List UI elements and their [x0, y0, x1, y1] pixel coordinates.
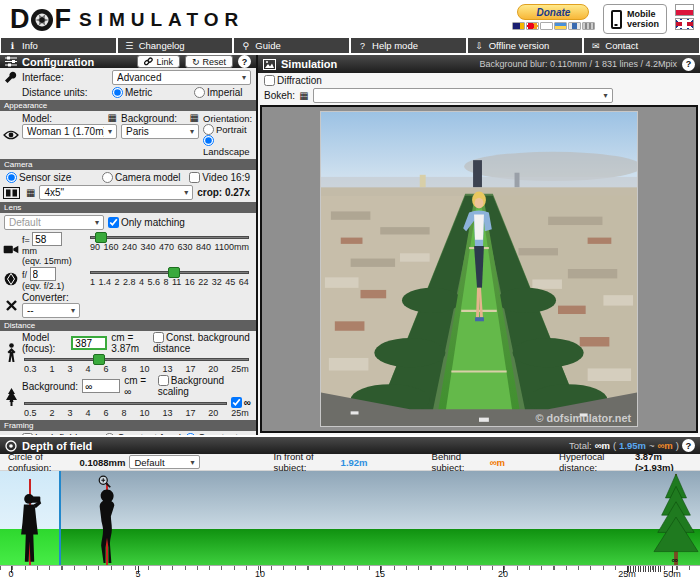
- sensor-grid-icon[interactable]: ▦: [26, 188, 35, 198]
- logo-text: SIMULATOR: [79, 9, 244, 31]
- nav-item-help-mode[interactable]: ?Help mode: [351, 38, 466, 53]
- model-silhouette[interactable]: [95, 489, 119, 565]
- portrait-radio[interactable]: Portrait: [203, 124, 252, 135]
- tick-label: 1: [90, 277, 95, 287]
- background-infinity-checkbox[interactable]: ∞: [231, 397, 251, 408]
- tick-label: 2: [115, 277, 120, 287]
- background-distance-slider[interactable]: [22, 398, 229, 408]
- info-icon: ℹ: [8, 41, 17, 51]
- tick-label: 8: [121, 364, 126, 374]
- model-distance-slider[interactable]: [22, 354, 251, 364]
- dof-circle-icon: [5, 440, 17, 452]
- bokeh-grid-icon[interactable]: ▦: [299, 91, 308, 101]
- const-background-distance-checkbox[interactable]: Const. background distance: [153, 332, 251, 354]
- nav-item-info[interactable]: ℹInfo: [1, 38, 116, 53]
- background-label: Background:: [121, 113, 177, 124]
- model-distance-slider-handle[interactable]: [93, 354, 105, 365]
- dof-scene[interactable]: ∞: [0, 471, 700, 565]
- in-focus-zone: [60, 471, 700, 565]
- aperture-equivalent: (eqv. f/2.1): [22, 281, 88, 291]
- tick-label: 6: [103, 408, 108, 418]
- dof-near-limit-line: [59, 471, 61, 565]
- link-button[interactable]: Link: [137, 55, 180, 68]
- nav-item-guide[interactable]: ⚲Guide: [234, 38, 349, 53]
- focal-length-slider[interactable]: [88, 232, 251, 242]
- bokeh-select[interactable]: ▾: [313, 88, 613, 103]
- only-matching-checkbox[interactable]: Only matching: [108, 217, 185, 228]
- tick-label: 10: [139, 364, 149, 374]
- aperture-slider[interactable]: [88, 267, 251, 277]
- tick-label: 840: [196, 242, 211, 252]
- pin-icon: ⚲: [241, 41, 250, 51]
- lens-preset-select[interactable]: Default▾: [4, 215, 104, 230]
- film-frame-icon: [3, 187, 20, 199]
- tick-label: 16: [185, 277, 195, 287]
- ruler-label: 25m: [618, 569, 636, 577]
- donate-button[interactable]: Donate: [517, 4, 589, 20]
- photographer-silhouette[interactable]: [15, 491, 45, 565]
- constant-distance-radio[interactable]: Constant distance: [185, 433, 252, 435]
- picture-icon: [263, 59, 276, 70]
- tick-label: 4: [85, 364, 90, 374]
- total-label: Total:: [569, 440, 592, 451]
- model-grid-icon[interactable]: ▦: [108, 113, 117, 124]
- background-distance-input[interactable]: [82, 379, 120, 393]
- simulation-title: Simulation: [281, 58, 337, 70]
- simulation-panel: Simulation Background blur: 0.110mm / 1 …: [258, 55, 700, 435]
- aperture-input[interactable]: [30, 267, 56, 281]
- aperture-icon: [4, 272, 18, 286]
- background-blur-info: Background blur: 0.110mm / 1 831 lines /…: [480, 59, 677, 69]
- tick-label: 13: [162, 408, 172, 418]
- video-169-checkbox[interactable]: Video 16:9: [189, 172, 250, 183]
- simulation-canvas[interactable]: © dofsimulator.net: [260, 105, 698, 433]
- nav-item-offline-version[interactable]: ⇩Offline version: [468, 38, 583, 53]
- focal-length-slider-handle[interactable]: [95, 232, 107, 243]
- configuration-panel: Configuration Link ↻Reset ? Interface: A…: [0, 55, 258, 435]
- reset-button[interactable]: ↻Reset: [185, 55, 233, 68]
- chevron-down-icon: ▾: [242, 73, 246, 82]
- tick-label: 4: [85, 408, 90, 418]
- focal-length-input[interactable]: [32, 232, 62, 246]
- background-select[interactable]: Paris▾: [121, 124, 199, 139]
- lens-section-label: Lens: [0, 202, 256, 213]
- nav-item-changelog[interactable]: ☰Changelog: [118, 38, 233, 53]
- converter-select[interactable]: --▾: [22, 303, 80, 318]
- interface-label: Interface:: [22, 72, 108, 83]
- constant-focal-length-radio[interactable]: Constant focal length: [104, 433, 181, 435]
- aperture-slider-handle[interactable]: [168, 267, 180, 278]
- wrench-icon: [4, 70, 18, 84]
- metric-radio[interactable]: Metric: [112, 87, 190, 98]
- landscape-radio[interactable]: Landscape: [203, 135, 252, 157]
- background-grid-icon[interactable]: ▦: [190, 113, 199, 124]
- tick-label: 32: [212, 277, 222, 287]
- question-icon: ?: [358, 41, 367, 51]
- app-logo: D F SIMULATOR: [10, 4, 244, 35]
- uk-flag-icon[interactable]: [675, 18, 694, 30]
- total-value: ∞m: [595, 440, 610, 451]
- appearance-section-label: Appearance: [0, 100, 256, 111]
- lock-field-of-view-checkbox[interactable]: Lock field of view: [22, 433, 86, 435]
- background-tree[interactable]: [652, 473, 700, 565]
- model-select[interactable]: Woman 1 (1.70m)▾: [22, 124, 117, 139]
- list-icon: ☰: [125, 41, 134, 51]
- tick-label: 45: [225, 277, 235, 287]
- total-near-value: 1.95m: [619, 440, 646, 451]
- mobile-version-button[interactable]: Mobile version: [603, 4, 667, 34]
- interface-select[interactable]: Advanced▾: [112, 70, 251, 85]
- configuration-help-button[interactable]: ?: [238, 55, 251, 68]
- sensor-size-radio[interactable]: Sensor size: [6, 172, 98, 183]
- front-of-subject-value: 1.92m: [341, 457, 368, 468]
- tick-label: 630: [178, 242, 193, 252]
- diffraction-checkbox[interactable]: Diffraction: [264, 75, 322, 86]
- sensor-size-select[interactable]: 4x5"▾: [39, 185, 193, 200]
- background-scaling-checkbox[interactable]: Background scaling: [158, 375, 251, 397]
- model-focus-input[interactable]: [71, 336, 107, 350]
- nav-item-contact[interactable]: ✉Contact: [584, 38, 699, 53]
- imperial-radio[interactable]: Imperial: [194, 87, 243, 98]
- camera-model-radio[interactable]: Camera model: [102, 172, 185, 183]
- zoom-magnifier-icon[interactable]: [98, 475, 112, 489]
- polish-flag-icon[interactable]: [675, 4, 694, 16]
- coc-select[interactable]: Default▾: [129, 455, 199, 469]
- distance-ruler[interactable]: 0 5 10 15 20 25m 50m: [0, 565, 700, 577]
- simulation-help-button[interactable]: ?: [682, 58, 695, 71]
